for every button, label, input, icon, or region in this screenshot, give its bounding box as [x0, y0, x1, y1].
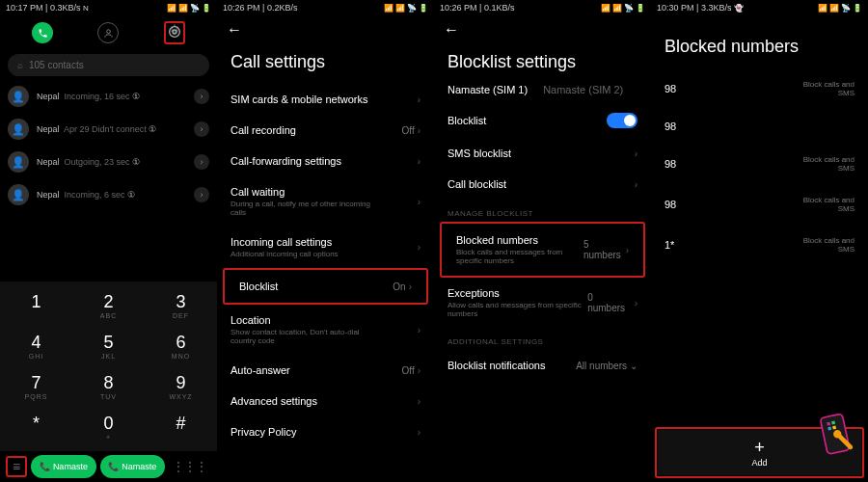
svg-point-2 — [169, 27, 179, 38]
settings-row[interactable]: Call waitingDuring a call, notify me of … — [217, 176, 434, 227]
screen-call-settings: 10:26 PM | 0.2KB/s 📶📶📡🔋 ← Call settings … — [217, 0, 434, 482]
blocked-number-row[interactable]: 98 Block calls and SMS — [651, 144, 868, 184]
blocked-number-row[interactable]: 1* Block calls and SMS — [651, 225, 868, 265]
dialpad-key-7[interactable]: 7PQRS — [0, 366, 72, 407]
row-label: Blocklist — [448, 115, 486, 126]
status-bar: 10:17 PM | 0.3KB/s N 📶📶📡🔋 — [0, 0, 217, 15]
settings-row[interactable]: Privacy Policy › — [217, 416, 434, 447]
sim-tab-1[interactable]: Namaste (SIM 1) — [448, 84, 528, 95]
row-value: On › — [393, 281, 412, 292]
dialpad-key-2[interactable]: 2ABC — [72, 285, 145, 326]
row-value: › — [418, 197, 420, 207]
settings-row[interactable]: Blocklist On › — [226, 271, 425, 302]
dialpad-key-6[interactable]: 6MNO — [145, 326, 217, 366]
chevron-right-icon[interactable]: › — [194, 121, 209, 137]
blocked-number: 1* — [665, 239, 674, 251]
add-label: Add — [751, 458, 767, 468]
battery-icon: 🔋 — [202, 4, 211, 13]
row-label: Incoming call settings — [231, 236, 339, 248]
chevron-right-icon: › — [635, 179, 637, 190]
chevron-right-icon[interactable]: › — [194, 154, 209, 170]
row-desc: Show contact location, Don't auto-dial c… — [231, 328, 375, 345]
manage-blocklist: Blocked numbersBlock calls and messages … — [434, 222, 651, 328]
dialpad-key-*[interactable]: * — [0, 407, 72, 447]
phone-icon — [38, 28, 48, 39]
chevron-right-icon: › — [635, 148, 637, 159]
dialpad-key-9[interactable]: 9WXYZ — [145, 366, 217, 407]
search-input[interactable]: ⌕ 105 contacts — [8, 54, 209, 76]
row-value: › — [418, 325, 420, 335]
wifi-icon: 📡 — [624, 4, 634, 13]
settings-row[interactable]: Call blocklist › — [434, 169, 651, 200]
tab-dialer[interactable] — [32, 22, 53, 43]
page-title: Blocked numbers — [651, 15, 868, 68]
row-label: Auto-answer — [231, 364, 290, 376]
sim-tab-2[interactable]: Namaste (SIM 2) — [543, 84, 623, 95]
back-button[interactable]: ← — [227, 21, 242, 38]
chevron-right-icon[interactable]: › — [194, 89, 209, 104]
settings-row[interactable]: Blocked numbersBlock calls and messages … — [443, 225, 642, 275]
blocked-number-row[interactable]: 98 Block calls and SMS — [651, 68, 868, 109]
blocked-number-row[interactable]: 98 — [651, 109, 868, 144]
row-value: 5 numbers › — [583, 239, 629, 260]
tab-contacts[interactable] — [97, 22, 119, 43]
highlight-add: + Add — [655, 427, 864, 478]
call-log-row[interactable]: 👤 Nepal Outgoing, 23 sec ① › — [0, 146, 217, 178]
signal-icon: 📶 — [829, 4, 839, 13]
section-header: MANAGE BLOCKLIST — [434, 200, 651, 222]
dialpad-key-4[interactable]: 4GHI — [0, 326, 72, 366]
back-button[interactable]: ← — [444, 21, 459, 38]
dialpad-key-0[interactable]: 0+ — [72, 407, 145, 447]
log-text: Nepal Incoming, 16 sec ① — [37, 92, 186, 101]
dialpad-toggle[interactable]: ⋮⋮⋮ — [169, 460, 211, 473]
settings-button[interactable] — [167, 30, 182, 41]
signal-icon: 📶 — [178, 4, 188, 13]
dialpad-key-3[interactable]: 3DEF — [145, 285, 217, 326]
dialpad-key-5[interactable]: 5JKL — [72, 326, 145, 366]
battery-icon: 🔋 — [636, 4, 645, 13]
settings-row[interactable]: Blocklist — [434, 103, 651, 138]
settings-row[interactable]: Incoming call settingsAdditional incomin… — [217, 227, 434, 268]
add-button[interactable]: + Add — [658, 430, 861, 475]
call-button-sim1[interactable]: 📞 Namaste — [31, 455, 95, 478]
chevron-right-icon: › — [418, 427, 420, 438]
settings-row[interactable]: LocationShow contact location, Don't aut… — [217, 305, 434, 355]
call-log-row[interactable]: 👤 Nepal Incoming, 6 sec ① › — [0, 178, 217, 211]
menu-button[interactable]: ≡ — [9, 459, 24, 474]
signal-icon: 📶 — [167, 4, 176, 13]
settings-row[interactable]: ExceptionsAllow calls and messages from … — [434, 278, 651, 328]
settings-row[interactable]: Advanced settings › — [217, 386, 434, 416]
call-log-row[interactable]: 👤 Nepal Incoming, 16 sec ① › — [0, 80, 217, 113]
blocked-number-row[interactable]: 98 Block calls and SMS — [651, 184, 868, 225]
highlight-settings — [164, 21, 185, 44]
row-label: Call-forwarding settings — [231, 155, 341, 167]
call-log-row[interactable]: 👤 Nepal Apr 29 Didn't connect ① › — [0, 113, 217, 146]
row-value: Off › — [402, 365, 421, 376]
settings-row[interactable]: SMS blocklist › — [434, 138, 651, 169]
toggle-switch[interactable] — [607, 113, 637, 128]
signal-icon: 📶 — [818, 4, 827, 13]
status-speed: 0.3KB/s — [50, 3, 81, 13]
call-button-sim2[interactable]: 📞 Namaste — [100, 455, 165, 478]
status-time: 10:26 PM — [440, 3, 477, 13]
settings-row[interactable]: SIM cards & mobile networks › — [217, 84, 434, 115]
settings-row[interactable]: Call recording Off › — [217, 115, 434, 146]
settings-row[interactable]: Auto-answer Off › — [217, 355, 434, 386]
svg-rect-4 — [827, 422, 830, 426]
chevron-right-icon[interactable]: › — [194, 187, 209, 202]
dialpad-key-8[interactable]: 8TUV — [72, 366, 145, 407]
screen-blocklist-settings: 10:26 PM | 0.1KB/s 📶📶📡🔋 ← Blocklist sett… — [434, 0, 651, 482]
row-value: Off › — [402, 125, 421, 136]
blocked-numbers-list: 98 Block calls and SMS 98 98 Block calls… — [651, 68, 868, 265]
status-speed: 0.2KB/s — [267, 3, 298, 13]
battery-icon: 🔋 — [853, 4, 862, 13]
dialpad-key-1[interactable]: 1 — [0, 285, 72, 326]
settings-list: SIM cards & mobile networks › Call recor… — [217, 84, 434, 447]
blocked-number: 98 — [665, 158, 676, 170]
row-blocklist-notifications[interactable]: Blocklist notifications All numbers ⌄ — [434, 350, 651, 381]
blocked-desc: Block calls and SMS — [787, 155, 854, 173]
chevron-right-icon: › — [418, 365, 420, 376]
avatar-icon: 👤 — [8, 86, 29, 107]
settings-row[interactable]: Call-forwarding settings › — [217, 146, 434, 176]
dialpad-key-#[interactable]: # — [145, 407, 217, 447]
